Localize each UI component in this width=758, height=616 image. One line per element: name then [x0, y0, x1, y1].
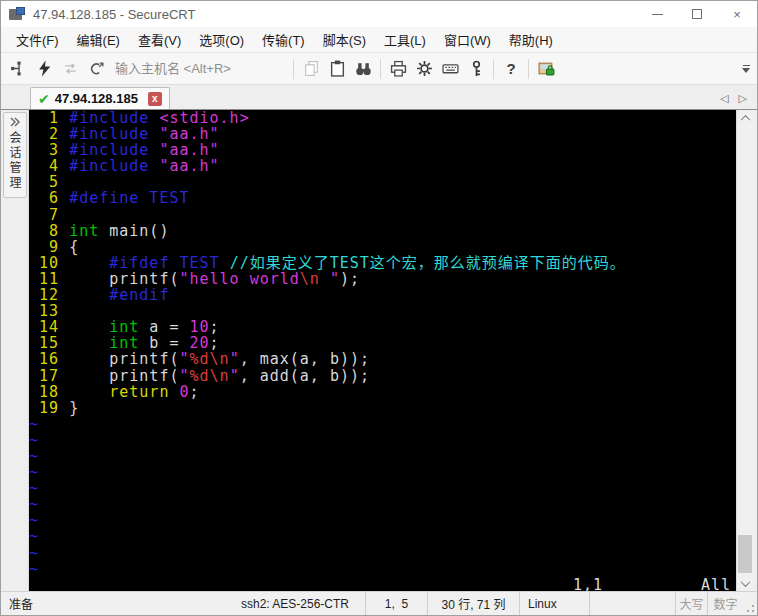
terminal-row: ~: [29, 528, 736, 544]
tab-scroll-right-icon[interactable]: ▷: [739, 92, 747, 105]
terminal-row: ~: [29, 545, 736, 561]
code-segment: , add(a, b));: [240, 367, 370, 385]
paste-button[interactable]: [324, 56, 350, 82]
menu-item-8[interactable]: 帮助(H): [500, 26, 562, 53]
quick-connect-button[interactable]: [31, 56, 57, 82]
terminal-row: ~: [29, 561, 736, 577]
secure-trace-button[interactable]: [533, 56, 559, 82]
keymap-button[interactable]: [437, 56, 463, 82]
terminal-row: ~: [29, 480, 736, 496]
code-segment: "hello world: [179, 270, 299, 288]
minimize-icon: [652, 14, 663, 15]
chevron-down-icon: [740, 577, 750, 587]
terminal-row: ~: [29, 496, 736, 512]
vim-ruler-position: 1,1: [573, 577, 603, 591]
terminal-row: 6 #define TEST: [29, 190, 736, 206]
close-button[interactable]: ×: [717, 1, 757, 27]
print-button[interactable]: [385, 56, 411, 82]
reconnect-button[interactable]: [57, 56, 83, 82]
tab-close-button[interactable]: x: [148, 92, 162, 106]
grip-dot: [747, 610, 749, 612]
scrollbar-thumb[interactable]: [738, 535, 752, 573]
terminal-row: ~: [29, 512, 736, 528]
terminal-row: ~: [29, 464, 736, 480]
disconnect-icon: [88, 60, 105, 77]
connected-check-icon: ✔: [38, 91, 50, 107]
menu-item-6[interactable]: 工具(L): [375, 26, 435, 53]
menu-item-5[interactable]: 脚本(S): [314, 26, 375, 53]
code-segment: [69, 286, 109, 304]
grip-dot: [752, 610, 754, 612]
code-segment: 0: [179, 383, 189, 401]
maximize-button[interactable]: [677, 1, 717, 27]
copy-button[interactable]: [298, 56, 324, 82]
terminal-row: 19 }: [29, 400, 736, 416]
right-padding: [753, 110, 757, 591]
menu-item-3[interactable]: 选项(O): [190, 26, 253, 53]
scroll-down-button[interactable]: [737, 575, 753, 591]
help-icon: ?: [506, 60, 515, 77]
terminal-buffer: 1 #include <stdio.h> 2 #include "aa.h" 3…: [29, 110, 736, 577]
double-chevron-right-icon: [9, 117, 21, 127]
status-bar: 准备 ssh2: AES-256-CTR 1, 5 30 行, 71 列 Lin…: [1, 591, 757, 615]
terminal-row: ~: [29, 448, 736, 464]
app-icon: [9, 7, 25, 21]
menu-item-1[interactable]: 编辑(E): [68, 26, 129, 53]
code-segment: main(): [99, 222, 169, 240]
terminal-row: 15 int b = 20;: [29, 335, 736, 351]
disconnect-button[interactable]: [83, 56, 109, 82]
hostname-input[interactable]: [115, 61, 283, 76]
toolbar-separator: [293, 59, 294, 79]
terminal-row: 1 #include <stdio.h>: [29, 110, 736, 126]
terminal-row: 3 #include "aa.h": [29, 142, 736, 158]
status-num-indicator: 数字: [707, 592, 743, 615]
scroll-up-button[interactable]: [737, 110, 753, 126]
close-icon: ×: [733, 7, 741, 22]
session-manager-button[interactable]: [5, 56, 31, 82]
maximize-icon: [692, 9, 702, 19]
code-segment: #define TEST: [69, 189, 189, 207]
session-manager-tab[interactable]: 会话管理: [3, 112, 27, 198]
menu-item-4[interactable]: 传输(T): [253, 26, 314, 53]
code-segment: [149, 157, 159, 175]
status-ready: 准备: [1, 592, 225, 615]
terminal-row: 9 {: [29, 239, 736, 255]
securecrt-window: 47.94.128.185 - SecureCRT × 文件(F)编辑(E)查看…: [0, 0, 758, 616]
help-button[interactable]: ?: [498, 56, 524, 82]
status-terminal-size: 30 行, 71 列: [427, 592, 519, 615]
find-button[interactable]: [350, 56, 376, 82]
menu-item-7[interactable]: 窗口(W): [435, 26, 500, 53]
options-button[interactable]: [411, 56, 437, 82]
session-tab-label: 47.94.128.185: [55, 91, 138, 106]
resize-grip[interactable]: [743, 592, 757, 615]
vertical-scrollbar[interactable]: [736, 110, 753, 591]
code-segment: }: [69, 399, 79, 417]
print-icon: [390, 60, 407, 77]
session-tab[interactable]: ✔ 47.94.128.185 x: [30, 87, 170, 109]
terminal-row: 14 int a = 10;: [29, 319, 736, 335]
status-os: Linux: [519, 592, 589, 615]
tab-scroll-left-icon[interactable]: ◁: [720, 92, 728, 105]
key-button[interactable]: [463, 56, 489, 82]
key-icon: [468, 60, 485, 77]
minimize-button[interactable]: [637, 1, 677, 27]
session-manager-label: 会话管理: [6, 131, 23, 191]
keymap-icon: [442, 60, 459, 77]
title-bar: 47.94.128.185 - SecureCRT ×: [1, 1, 757, 27]
terminal-row: 12 #endif: [29, 287, 736, 303]
session-manager-icon: [10, 60, 27, 77]
menu-item-2[interactable]: 查看(V): [129, 26, 190, 53]
menu-item-0[interactable]: 文件(F): [7, 26, 68, 53]
terminal-screen[interactable]: 1 #include <stdio.h> 2 #include "aa.h" 3…: [29, 110, 736, 591]
status-cipher: ssh2: AES-256-CTR: [225, 592, 365, 615]
find-icon: [355, 60, 372, 77]
terminal-row: ~: [29, 432, 736, 448]
terminal-row: 13: [29, 303, 736, 319]
toolbar-overflow-button[interactable]: [739, 65, 753, 73]
terminal-row: ~: [29, 416, 736, 432]
quick-connect-icon: [36, 60, 53, 77]
terminal-row: 10 #ifdef TEST //如果定义了TEST这个宏，那么就预编译下面的代…: [29, 255, 736, 271]
main-area: 会话管理 1 #include <stdio.h> 2 #include "aa…: [1, 109, 757, 591]
paste-icon: [329, 60, 346, 77]
terminal-row: 16 printf("%d\n", max(a, b));: [29, 351, 736, 367]
